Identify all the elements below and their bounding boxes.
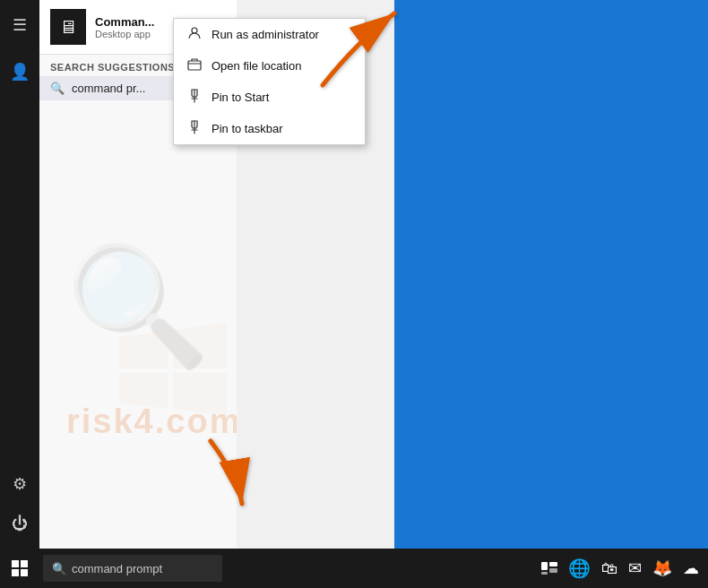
open-file-location-label: Open file location bbox=[212, 59, 301, 73]
svg-rect-4 bbox=[12, 560, 19, 567]
taskbar-search-box[interactable]: 🔍 command prompt bbox=[43, 555, 222, 582]
pin-to-start-icon bbox=[186, 89, 203, 106]
app-info: Comman... Desktop app bbox=[95, 15, 154, 39]
taskbar-edge-icon[interactable]: 🌐 bbox=[568, 558, 591, 579]
svg-rect-7 bbox=[21, 569, 28, 576]
run-as-admin-icon bbox=[186, 26, 203, 43]
taskbar-right-icons: 🌐 🛍 ✉ 🦊 ☁ bbox=[541, 558, 708, 579]
taskbar-task-view-icon[interactable] bbox=[541, 562, 557, 575]
run-as-admin-label: Run as administrator bbox=[212, 28, 319, 41]
pin-to-taskbar-icon bbox=[186, 120, 203, 137]
start-sidebar: ☰ 👤 ⚙ ⏻ bbox=[0, 0, 39, 549]
desktop-right-panel bbox=[394, 0, 708, 549]
app-name: Comman... bbox=[95, 15, 154, 29]
taskbar-firefox-icon[interactable]: 🦊 bbox=[652, 558, 672, 578]
svg-rect-11 bbox=[541, 572, 548, 575]
svg-point-0 bbox=[192, 28, 197, 33]
svg-rect-10 bbox=[549, 568, 557, 573]
taskbar-search-text: command prompt bbox=[72, 562, 162, 575]
sidebar-user-icon[interactable]: 👤 bbox=[4, 56, 36, 88]
app-type: Desktop app bbox=[95, 29, 154, 39]
svg-rect-8 bbox=[541, 562, 548, 570]
svg-rect-1 bbox=[188, 61, 201, 70]
taskbar-store-icon[interactable]: 🛍 bbox=[601, 559, 617, 578]
svg-rect-6 bbox=[12, 569, 19, 576]
pin-to-taskbar-label: Pin to taskbar bbox=[212, 122, 283, 135]
taskbar-search-icon: 🔍 bbox=[52, 562, 66, 575]
taskbar-mail-icon[interactable]: ✉ bbox=[628, 558, 642, 578]
sidebar-hamburger-icon[interactable]: ☰ bbox=[4, 9, 36, 41]
svg-rect-9 bbox=[549, 562, 557, 566]
annotation-arrow-up-right bbox=[305, 4, 412, 98]
sidebar-settings-icon[interactable]: ⚙ bbox=[4, 468, 36, 500]
start-button[interactable] bbox=[0, 549, 39, 588]
sidebar-power-icon[interactable]: ⏻ bbox=[4, 507, 36, 540]
app-icon: 🖥 bbox=[50, 9, 86, 45]
pin-to-start-label: Pin to Start bbox=[212, 91, 269, 104]
context-pin-to-taskbar[interactable]: Pin to taskbar bbox=[174, 113, 365, 144]
taskbar-cloud-icon[interactable]: ☁ bbox=[683, 558, 699, 578]
svg-rect-5 bbox=[21, 560, 28, 567]
open-file-location-icon bbox=[186, 57, 203, 74]
taskbar: 🔍 command prompt 🌐 🛍 ✉ 🦊 ☁ bbox=[0, 549, 708, 588]
annotation-arrow-down bbox=[193, 432, 264, 516]
